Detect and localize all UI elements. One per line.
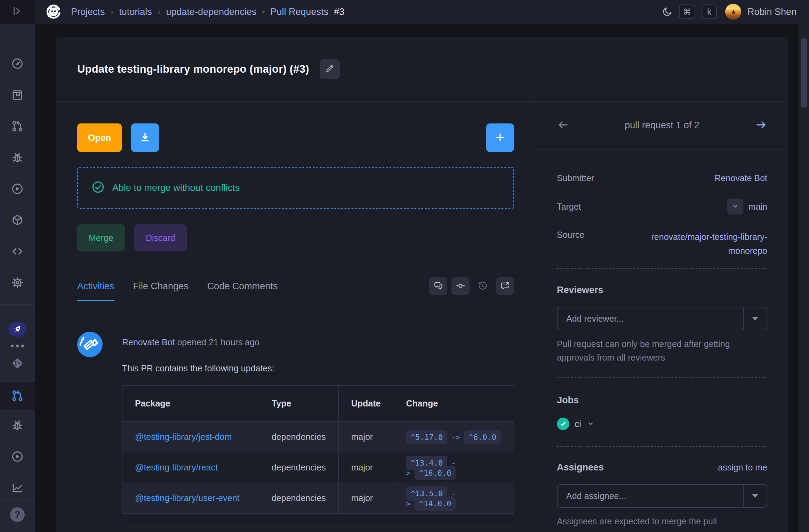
history-button[interactable] [474, 277, 492, 295]
breadcrumb-pull-requests[interactable]: Pull Requests [271, 7, 329, 17]
cell-change: ^13.5.0->^14.0.0 [393, 483, 514, 514]
activity-divider [122, 526, 514, 526]
project-issues-bug-icon[interactable] [11, 419, 24, 432]
activity-timestamp: opened 21 hours ago [177, 337, 259, 347]
table-row: @testing-library/user-event dependencies… [122, 483, 514, 514]
merge-button[interactable]: Merge [77, 224, 125, 251]
table-row: @testing-library/react dependencies majo… [122, 452, 514, 483]
builds-play-icon[interactable] [11, 183, 24, 195]
assign-to-me-link[interactable]: assign to me [718, 462, 767, 473]
col-header-type: Type [259, 386, 338, 422]
breadcrumb-dot-icon: • [262, 7, 265, 17]
renovate-bot-avatar[interactable] [77, 332, 103, 357]
pr-pager-text: pull request 1 of 2 [625, 120, 699, 131]
submitter-value-link[interactable]: Renovate Bot [715, 173, 768, 183]
help-icon[interactable]: ? [10, 507, 25, 522]
submitter-row: Submitter Renovate Bot [557, 173, 767, 183]
target-branch-dropdown-button[interactable] [727, 199, 743, 215]
page-scrollbar-track[interactable] [799, 24, 809, 532]
rail-divider [0, 500, 35, 501]
pull-requests-active-item[interactable] [0, 382, 35, 410]
download-patch-button[interactable] [131, 123, 159, 152]
top-bar-main: Projects › tutorials › update-dependenci… [35, 0, 809, 24]
project-avatar-rocket-icon[interactable] [8, 322, 26, 337]
pr-state-open-button[interactable]: Open [77, 123, 122, 152]
assignees-heading: Assignees [557, 462, 604, 473]
caret-down-icon [752, 494, 758, 498]
sidebar-toggle-button[interactable] [0, 0, 35, 24]
updates-table: Package Type Update Change @testing-libr… [122, 385, 514, 514]
more-options-icon[interactable] [11, 345, 24, 347]
onedev-logo-icon[interactable] [45, 3, 62, 20]
caret-down-icon [752, 317, 758, 321]
code-icon[interactable] [11, 245, 24, 258]
package-link[interactable]: @testing-library/react [135, 462, 218, 472]
breadcrumb-projects[interactable]: Projects [71, 7, 105, 17]
reviewers-help-text: Pull request can only be merged after ge… [557, 337, 767, 364]
previous-pr-button[interactable] [557, 119, 569, 132]
plus-icon [495, 132, 506, 144]
select-caret-box[interactable] [743, 485, 767, 507]
tab-code-comments[interactable]: Code Comments [207, 281, 278, 301]
activity-header: Renovate Bot opened 21 hours ago [122, 337, 514, 347]
job-row-ci: ci [557, 418, 767, 430]
version-from: ^5.17.0 [406, 430, 447, 444]
stats-chart-icon[interactable] [11, 482, 24, 494]
change-arrow: -> [451, 433, 460, 442]
discard-button[interactable]: Discard [134, 224, 187, 251]
job-name: ci [575, 419, 581, 429]
add-reviewer-select[interactable]: Add reviewer... [557, 307, 767, 330]
breadcrumb-project[interactable]: tutorials [119, 7, 152, 17]
show-comments-button[interactable] [429, 277, 447, 295]
table-row: @testing-library/jest-dom dependencies m… [122, 422, 514, 452]
add-assignee-select[interactable]: Add assignee... [557, 484, 767, 508]
job-expand-button[interactable] [586, 419, 595, 429]
settings-gear-icon[interactable] [11, 276, 24, 289]
col-header-change: Change [393, 386, 514, 422]
pr-body: Open [56, 102, 788, 532]
tab-action-buttons [429, 277, 514, 301]
pull-request-icon[interactable] [11, 120, 24, 132]
activity-author-link[interactable]: Renovate Bot [122, 337, 175, 347]
cell-update: major [338, 483, 393, 514]
breadcrumb-chevron-icon: › [158, 7, 161, 17]
pr-title: Update testing-library monorepo (major) … [77, 63, 309, 75]
open-in-new-button[interactable] [496, 277, 514, 295]
dashboard-icon[interactable] [11, 57, 24, 70]
add-comment-button[interactable] [486, 123, 514, 152]
user-name[interactable]: Robin Shen [747, 7, 796, 17]
cell-type: dependencies [259, 452, 338, 483]
tab-file-changes[interactable]: File Changes [133, 281, 189, 301]
show-commits-button[interactable] [451, 277, 470, 295]
version-to: ^14.0.0 [415, 497, 456, 511]
pr-sidebar: pull request 1 of 2 Submitter Renovate B… [536, 102, 788, 532]
code-fork-icon[interactable] [11, 357, 24, 370]
tab-activities[interactable]: Activities [77, 281, 114, 301]
package-link[interactable]: @testing-library/user-event [135, 493, 240, 503]
package-link[interactable]: @testing-library/jest-dom [135, 432, 232, 442]
project-builds-play-icon[interactable] [11, 450, 24, 463]
history-clock-icon [478, 281, 488, 292]
edit-title-button[interactable] [320, 59, 340, 79]
target-branch-link[interactable]: main [748, 202, 767, 212]
pr-decision-row: Merge Discard [77, 224, 514, 251]
cell-type: dependencies [259, 422, 338, 452]
cell-type: dependencies [259, 483, 338, 514]
docs-book-icon[interactable] [11, 89, 24, 101]
jobs-heading: Jobs [557, 395, 767, 406]
add-reviewer-placeholder: Add reviewer... [558, 307, 743, 330]
select-caret-box[interactable] [743, 307, 767, 330]
page-scrollbar-thumb[interactable] [801, 38, 807, 108]
assignees-header-row: Assignees assign to me [557, 462, 767, 473]
issues-bug-icon[interactable] [11, 151, 24, 164]
left-rail: ? [0, 24, 35, 532]
breadcrumb-repo[interactable]: update-dependencies [166, 7, 256, 17]
pr-main-column: Open [56, 102, 536, 532]
dark-mode-toggle-icon[interactable] [662, 6, 673, 17]
source-branch-link[interactable]: renovate/major-testing-library-monorepo [618, 230, 767, 258]
merge-status-box: Able to merge without conflicts [77, 167, 514, 209]
download-icon [139, 131, 151, 144]
user-avatar[interactable] [725, 4, 741, 20]
packages-box-icon[interactable] [11, 214, 24, 226]
next-pr-button[interactable] [755, 119, 767, 132]
